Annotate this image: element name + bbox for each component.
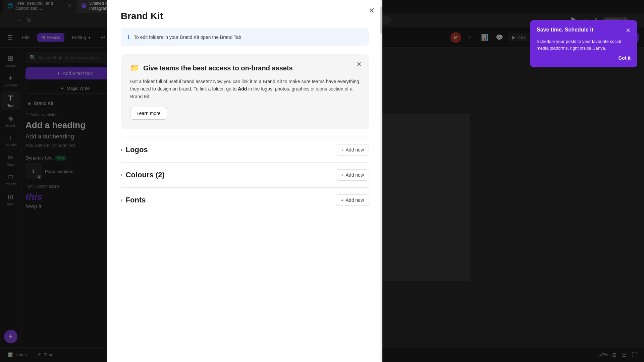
add-logo-label: Add new — [346, 147, 364, 153]
promo-title: Give teams the best access to on-brand a… — [143, 64, 293, 72]
colours-label: Colours (2) — [126, 171, 165, 179]
promo-header: 📁 Give teams the best access to on-brand… — [130, 64, 360, 72]
fonts-title[interactable]: › Fonts — [121, 196, 146, 204]
add-logo-button[interactable]: + Add new — [336, 144, 369, 156]
learn-more-button[interactable]: Learn more — [130, 107, 167, 120]
logos-chevron: › — [121, 147, 122, 153]
add-font-icon: + — [341, 197, 343, 203]
colours-title[interactable]: › Colours (2) — [121, 171, 165, 179]
notif-title: Save time. Schedule it — [537, 27, 593, 33]
logos-section: › Logos + Add new — [121, 137, 369, 162]
fonts-section: › Fonts + Add new — [121, 187, 369, 213]
promo-bold: Add — [238, 86, 247, 92]
fonts-chevron: › — [121, 197, 122, 203]
notif-close-button[interactable]: ✕ — [626, 27, 631, 34]
notif-action-button[interactable]: Got it — [537, 55, 631, 61]
add-colour-button[interactable]: + Add new — [336, 169, 369, 181]
brand-kit-modal: ✕ Brand Kit ℹ To edit folders in your Br… — [107, 0, 382, 362]
modal-content: Brand Kit ℹ To edit folders in your Bran… — [107, 0, 382, 362]
add-font-label: Add new — [346, 197, 364, 203]
add-colour-icon: + — [341, 172, 343, 178]
modal-scrollbar-thumb — [380, 7, 382, 34]
info-banner-text: To edit folders in your Brand Kit open t… — [134, 35, 241, 40]
promo-body: Got a folder full of useful brand assets… — [130, 78, 360, 100]
fonts-label: Fonts — [126, 196, 146, 204]
logos-label: Logos — [126, 145, 148, 154]
logos-title[interactable]: › Logos — [121, 145, 148, 154]
modal-close-button[interactable]: ✕ — [366, 5, 377, 16]
promo-card: ✕ 📁 Give teams the best access to on-bra… — [121, 54, 369, 129]
notification-popup: Save time. Schedule it ✕ Schedule your p… — [530, 20, 637, 67]
add-colour-label: Add new — [346, 172, 364, 178]
colours-section: › Colours (2) + Add new — [121, 162, 369, 187]
notif-header: Save time. Schedule it ✕ — [537, 27, 631, 34]
info-icon: ℹ — [127, 34, 130, 41]
folder-icon: 📁 — [130, 64, 139, 72]
modal-title: Brand Kit — [121, 11, 369, 21]
add-font-button[interactable]: + Add new — [336, 194, 369, 206]
notif-body: Schedule your posts to your favourite so… — [537, 38, 631, 51]
promo-close-button[interactable]: ✕ — [354, 60, 364, 69]
modal-scrollbar — [380, 0, 382, 362]
info-banner: ℹ To edit folders in your Brand Kit open… — [121, 28, 369, 46]
colours-chevron: › — [121, 172, 122, 178]
add-logo-icon: + — [341, 147, 343, 153]
